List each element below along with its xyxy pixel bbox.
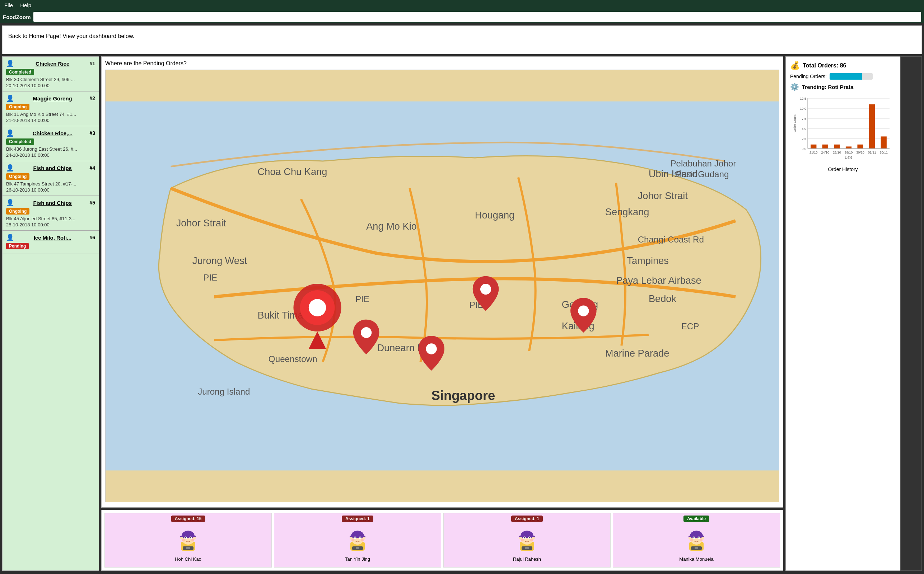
order-avatar-icon: 👤 <box>6 129 14 137</box>
svg-text:Ubin Island: Ubin Island <box>649 168 698 179</box>
pending-row: Pending Orders: <box>790 73 896 80</box>
order-item[interactable]: 👤 Fish and Chips #4 Ongoing Blk 47 Tampi… <box>3 161 99 196</box>
order-header: 👤 Maggie Goreng #2 <box>6 95 95 102</box>
rider-avatar <box>174 525 202 554</box>
assignment-badge: Assigned: 1 <box>342 516 373 522</box>
order-date: 26-10-2018 10:00:00 <box>6 187 95 192</box>
order-item[interactable]: 👤 Chicken Rice #1 Completed Blk 30 Cleme… <box>3 57 99 91</box>
menu-bar: File Help <box>0 0 924 10</box>
rider-name: Tan Yin Jing <box>345 557 370 562</box>
order-avatar-icon: 👤 <box>6 60 14 68</box>
rider-avatar <box>682 525 711 554</box>
svg-text:01/11: 01/11 <box>868 151 876 154</box>
order-list: 👤 Chicken Rice #1 Completed Blk 30 Cleme… <box>2 56 99 571</box>
svg-point-78 <box>693 538 695 538</box>
svg-text:28/10: 28/10 <box>845 151 853 154</box>
delivery-card[interactable]: Available <box>613 513 780 568</box>
svg-point-58 <box>350 537 352 539</box>
svg-text:Ang Mo Kio: Ang Mo Kio <box>366 221 417 232</box>
order-header: 👤 Chicken Rice,... #3 <box>6 129 95 137</box>
svg-point-59 <box>363 537 365 539</box>
svg-text:7.5: 7.5 <box>802 117 806 121</box>
top-bar: FoodZoom <box>0 10 924 23</box>
svg-text:24/10: 24/10 <box>821 151 829 154</box>
order-name: Fish and Chips <box>33 200 72 206</box>
order-name: Chicken Rice,... <box>33 130 73 136</box>
svg-point-65 <box>524 538 525 538</box>
center-panel: Where are the Pending Orders? <box>101 56 783 571</box>
order-date: 20-10-2018 10:00:00 <box>6 83 95 88</box>
svg-text:Jurong Island: Jurong Island <box>198 387 250 396</box>
svg-text:Singapore: Singapore <box>431 388 495 403</box>
svg-text:12.5: 12.5 <box>800 97 806 101</box>
svg-text:Bedok: Bedok <box>649 293 677 304</box>
assignment-badge: Assigned: 1 <box>511 516 543 522</box>
pending-progress-fill <box>829 73 862 80</box>
menu-file[interactable]: File <box>4 2 13 8</box>
rider-avatar <box>343 525 372 554</box>
main-layout: 👤 Chicken Rice #1 Completed Blk 30 Cleme… <box>0 56 924 573</box>
order-address: Blk 11 Ang Mo Kio Street 74, #1... <box>6 112 95 117</box>
svg-text:10/11: 10/11 <box>880 151 888 154</box>
trending-icon: ⚙️ <box>790 82 799 91</box>
dark-side-panel <box>900 56 922 571</box>
order-date: 24-10-2018 10:00:00 <box>6 153 95 158</box>
order-item[interactable]: 👤 Ice Milo, Roti... #6 Pending <box>3 231 99 254</box>
order-history-chart: 0.02.55.07.510.012.5Order CountDate21/10… <box>790 95 896 159</box>
order-num: #4 <box>89 165 95 171</box>
order-avatar-icon: 👤 <box>6 199 14 207</box>
delivery-section: Assigned: 15 <box>101 510 783 571</box>
svg-text:Johor Strait: Johor Strait <box>638 190 688 201</box>
delivery-card[interactable]: Assigned: 1 <box>443 513 611 568</box>
chart-area: 0.02.55.07.510.012.5Order CountDate21/10… <box>790 95 896 166</box>
svg-point-31 <box>480 284 491 295</box>
svg-text:Order Count: Order Count <box>793 114 796 132</box>
rider-name: Rajul Rahesh <box>513 557 541 562</box>
status-badge: Ongoing <box>6 208 30 214</box>
status-badge: Ongoing <box>6 104 30 110</box>
total-orders-label: Total Orders: 86 <box>803 62 847 69</box>
svg-text:Johor Strait: Johor Strait <box>176 218 226 229</box>
trending-row: ⚙️ Trending: Roti Prata <box>790 82 896 91</box>
svg-text:Date: Date <box>845 155 853 159</box>
order-avatar-icon: 👤 <box>6 95 14 102</box>
order-address: Blk 45 Aljunied Street 85, #11-3... <box>6 216 95 221</box>
svg-text:Changi Coast Rd: Changi Coast Rd <box>638 235 704 244</box>
order-address: Blk 30 Clementi Street 29, #06-... <box>6 77 95 82</box>
order-address: Blk 47 Tampines Street 20, #17-... <box>6 181 95 186</box>
status-badge: Pending <box>6 243 29 249</box>
rider-avatar <box>513 525 541 554</box>
order-item[interactable]: 👤 Maggie Goreng #2 Ongoing Blk 11 Ang Mo… <box>3 91 99 126</box>
total-orders-row: 💰 Total Orders: 86 <box>790 61 896 70</box>
svg-point-33 <box>426 343 437 354</box>
map-section: Where are the Pending Orders? <box>101 56 783 508</box>
delivery-card[interactable]: Assigned: 1 <box>274 513 441 568</box>
map-svg: Johor Strait Johor Strait Pelabuhan Joho… <box>106 70 779 502</box>
order-name: Ice Milo, Roti... <box>34 235 71 241</box>
chart-bar <box>810 145 816 148</box>
svg-text:21/10: 21/10 <box>809 151 818 154</box>
map-title: Where are the Pending Orders? <box>105 60 779 67</box>
svg-text:Pelabuhan Johor: Pelabuhan Johor <box>670 159 736 168</box>
order-name: Chicken Rice <box>36 61 69 67</box>
url-bar[interactable] <box>33 12 921 22</box>
order-num: #5 <box>89 200 95 205</box>
order-name: Fish and Chips <box>33 165 72 171</box>
order-item[interactable]: 👤 Chicken Rice,... #3 Completed Blk 436 … <box>3 126 99 161</box>
rider-name: Manika Monuela <box>679 557 713 562</box>
order-item[interactable]: 👤 Fish and Chips #5 Ongoing Blk 45 Aljun… <box>3 196 99 231</box>
order-header: 👤 Chicken Rice #1 <box>6 60 95 68</box>
order-avatar-icon: 👤 <box>6 233 14 241</box>
svg-text:ECP: ECP <box>681 322 699 331</box>
delivery-card[interactable]: Assigned: 15 <box>104 513 272 568</box>
menu-help[interactable]: Help <box>20 2 31 8</box>
svg-point-71 <box>519 537 522 539</box>
status-badge: Completed <box>6 139 34 145</box>
stats-section: 💰 Total Orders: 86 Pending Orders: ⚙️ Tr… <box>790 61 896 91</box>
chart-bar <box>869 104 875 148</box>
svg-text:2.5: 2.5 <box>802 137 806 140</box>
svg-point-52 <box>355 538 356 538</box>
chart-bar <box>881 136 887 148</box>
svg-text:5.0: 5.0 <box>802 127 806 131</box>
right-panel: 💰 Total Orders: 86 Pending Orders: ⚙️ Tr… <box>785 56 900 571</box>
